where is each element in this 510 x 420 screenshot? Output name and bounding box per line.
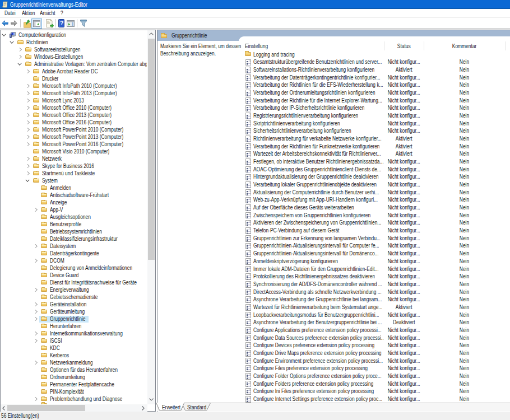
svg-text:?: ? [60,20,63,26]
